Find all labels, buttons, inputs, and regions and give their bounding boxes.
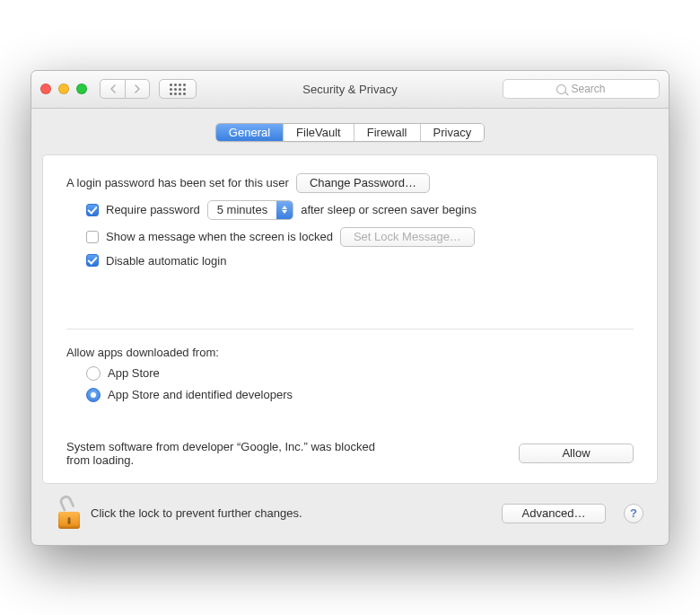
require-password-label-after: after sleep or screen saver begins	[301, 203, 477, 216]
require-password-row: Require password 5 minutes after sleep o…	[86, 200, 634, 220]
allow-apps-section: Allow apps downloaded from: App Store Ap…	[66, 329, 634, 467]
login-password-text: A login password has been set for this u…	[66, 176, 289, 189]
search-icon	[556, 84, 566, 94]
help-button[interactable]: ?	[624, 504, 643, 523]
preferences-window: Security & Privacy Search General FileVa…	[31, 70, 669, 546]
require-password-delay-select[interactable]: 5 minutes	[207, 200, 293, 220]
require-password-checkbox[interactable]	[86, 204, 99, 216]
tab-general[interactable]: General	[216, 124, 284, 141]
panel: A login password has been set for this u…	[42, 154, 658, 484]
delay-value: 5 minutes	[208, 203, 276, 216]
show-message-row: Show a message when the screen is locked…	[86, 227, 634, 247]
allow-button[interactable]: Allow	[519, 444, 634, 463]
show-all-button[interactable]	[159, 79, 197, 99]
select-caret-icon	[276, 201, 293, 219]
tab-firewall[interactable]: Firewall	[354, 124, 421, 141]
tabs: General FileVault Firewall Privacy	[42, 123, 658, 142]
close-button[interactable]	[40, 83, 51, 94]
titlebar: Security & Privacy Search	[31, 71, 669, 109]
login-password-row: A login password has been set for this u…	[66, 173, 634, 193]
show-message-checkbox[interactable]	[86, 231, 99, 243]
maximize-button[interactable]	[76, 83, 87, 94]
radio-app-store-label: App Store	[108, 366, 160, 380]
allow-apps-label: Allow apps downloaded from:	[66, 346, 634, 359]
disable-auto-login-checkbox[interactable]	[86, 254, 99, 267]
blocked-software-row: System software from developer “Google, …	[66, 440, 634, 467]
forward-button[interactable]	[125, 79, 150, 99]
change-password-button[interactable]: Change Password…	[296, 173, 430, 193]
back-button[interactable]	[100, 79, 125, 99]
minimize-button[interactable]	[58, 83, 69, 94]
tab-group: General FileVault Firewall Privacy	[215, 123, 485, 142]
set-lock-message-button[interactable]: Set Lock Message…	[340, 227, 475, 247]
search-placeholder: Search	[571, 83, 605, 95]
tab-filevault[interactable]: FileVault	[284, 124, 354, 141]
lock-text: Click the lock to prevent further change…	[91, 506, 493, 520]
show-message-label: Show a message when the screen is locked	[106, 230, 333, 243]
radio-identified-dev-label: App Store and identified developers	[108, 388, 293, 401]
traffic-lights	[40, 83, 87, 94]
radio-identified-dev: App Store and identified developers	[86, 388, 634, 402]
nav-buttons	[100, 79, 150, 99]
search-input[interactable]: Search	[503, 79, 660, 99]
tab-privacy[interactable]: Privacy	[421, 124, 485, 141]
login-section: A login password has been set for this u…	[66, 173, 634, 329]
radio-app-store-input[interactable]	[86, 366, 101, 381]
radio-identified-dev-input[interactable]	[86, 388, 101, 402]
grid-icon	[170, 83, 186, 95]
blocked-software-text: System software from developer “Google, …	[66, 440, 389, 467]
disable-auto-login-label: Disable automatic login	[106, 254, 226, 268]
footer: Click the lock to prevent further change…	[42, 484, 658, 545]
disable-auto-login-row: Disable automatic login	[86, 254, 634, 268]
radio-app-store: App Store	[86, 366, 634, 381]
lock-icon[interactable]	[57, 498, 82, 529]
require-password-label-before: Require password	[106, 203, 200, 216]
content: General FileVault Firewall Privacy A log…	[31, 109, 669, 545]
advanced-button[interactable]: Advanced…	[502, 504, 606, 523]
